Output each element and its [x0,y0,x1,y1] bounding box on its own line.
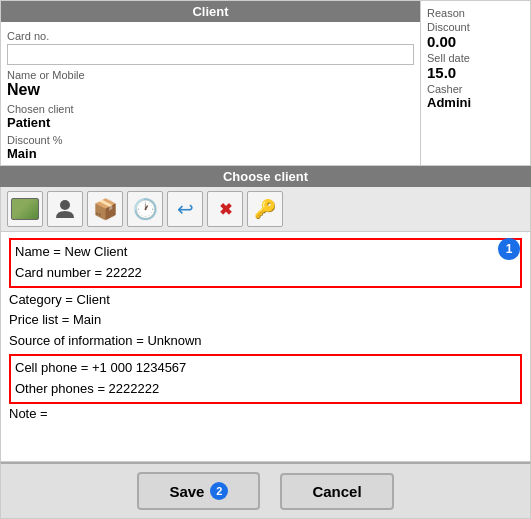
chosen-client-label: Chosen client [7,103,414,115]
name-value: New Client [65,244,128,259]
client-info-area: 1 Name = New Client Card number = 22222 … [0,232,531,462]
chosen-client-value: Patient [7,115,414,130]
client-header: Client [1,1,420,22]
box-icon: 📦 [93,197,118,221]
person-btn[interactable] [47,191,83,227]
phone-box: Cell phone = +1 000 1234567 Other phones… [9,354,522,404]
cancel-button[interactable]: Cancel [280,473,393,510]
info-badge: 1 [498,238,520,260]
cell-phone-value: +1 000 1234567 [92,360,186,375]
note-label: Note = [9,406,48,421]
card-label: Card number = [15,265,106,280]
person-icon [54,198,76,220]
toolbar: 📦 🕐 ↩ ✖ 🔑 [0,187,531,232]
source-value: Unknown [147,333,201,348]
category-row: Category = Client [9,290,522,311]
name-card-box: Name = New Client Card number = 22222 [9,238,522,288]
name-mobile-value: New [7,81,414,99]
box-btn[interactable]: 📦 [87,191,123,227]
delete-icon: ✖ [219,200,232,219]
image-btn[interactable] [7,191,43,227]
discount-right-label: Discount [427,21,524,33]
source-row: Source of information = Unknown [9,331,522,352]
card-no-label: Card no. [7,30,414,42]
discount-label: Discount % [7,134,414,146]
name-mobile-label: Name or Mobile [7,69,414,81]
svg-point-0 [60,200,70,210]
card-value: 22222 [106,265,142,280]
save-badge: 2 [210,482,228,500]
refresh-icon: ↩ [177,197,194,221]
other-phones-row: Other phones = 2222222 [15,379,516,400]
cell-phone-row: Cell phone = +1 000 1234567 [15,358,516,379]
key-icon: 🔑 [254,198,276,220]
reason-label: Reason [427,7,524,19]
note-row: Note = [9,404,522,425]
save-button[interactable]: Save 2 [137,472,260,510]
casher-value: Admini [427,95,524,110]
sell-date-label: Sell date [427,52,524,64]
cancel-label: Cancel [312,483,361,500]
category-value: Client [77,292,110,307]
card-no-input[interactable] [7,44,414,65]
discount-right-value: 0.00 [427,33,524,50]
price-list-row: Price list = Main [9,310,522,331]
category-label: Category = [9,292,77,307]
source-label: Source of information = [9,333,147,348]
price-list-value: Main [73,312,101,327]
sell-date-value: 15.0 [427,64,524,81]
bottom-bar: Save 2 Cancel [0,462,531,519]
cell-phone-label: Cell phone = [15,360,92,375]
choose-client-header: Choose client [0,166,531,187]
clock-icon: 🕐 [133,197,158,221]
casher-label: Casher [427,83,524,95]
other-phones-label: Other phones = [15,381,109,396]
name-row: Name = New Client [15,242,516,263]
name-label: Name = [15,244,65,259]
delete-btn[interactable]: ✖ [207,191,243,227]
clock-btn[interactable]: 🕐 [127,191,163,227]
card-row: Card number = 22222 [15,263,516,284]
discount-value: Main [7,146,414,161]
price-list-label: Price list = [9,312,73,327]
save-label: Save [169,483,204,500]
other-phones-value: 2222222 [109,381,160,396]
refresh-btn[interactable]: ↩ [167,191,203,227]
key-btn[interactable]: 🔑 [247,191,283,227]
